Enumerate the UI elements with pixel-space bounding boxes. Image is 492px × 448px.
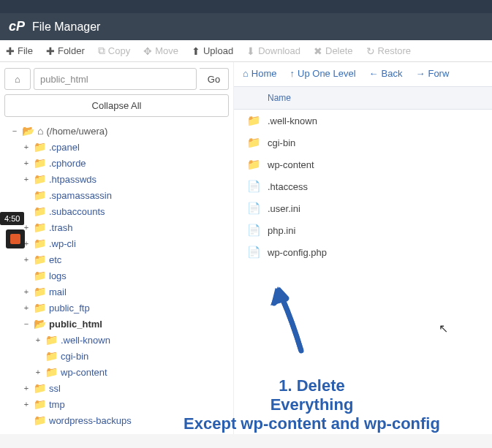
file-icon: 📄: [247, 246, 260, 259]
tree-root[interactable]: − 📂 ⌂ (/home/uwera): [10, 123, 229, 139]
address-bar: ⌂ Go: [4, 68, 229, 90]
nav-label: Home: [251, 68, 277, 79]
folder-icon: 📁: [45, 334, 58, 346]
file-name: .user.ini: [268, 203, 300, 214]
upload-icon: ⬆: [192, 45, 200, 57]
plus-icon: ✚: [6, 45, 15, 57]
tree-item[interactable]: +📁.well-known: [10, 332, 229, 348]
download-button[interactable]: ⬇Download: [246, 45, 300, 57]
expand-toggle[interactable]: +: [22, 384, 31, 392]
tree-item[interactable]: 📁cgi-bin: [10, 348, 229, 364]
restore-button[interactable]: ↻Restore: [366, 45, 412, 57]
tree-item[interactable]: +📁tmp: [10, 396, 229, 412]
new-file-button[interactable]: ✚File: [6, 45, 33, 57]
nav-forward[interactable]: →Forw: [415, 68, 449, 79]
tree-label: ssl: [49, 383, 61, 394]
folder-icon: 📁: [34, 141, 46, 153]
address-home-button[interactable]: ⌂: [4, 68, 31, 90]
nav-back[interactable]: ←Back: [369, 68, 403, 79]
file-row[interactable]: 📁wp-content: [234, 153, 492, 175]
tree-item[interactable]: +📁.htpasswds: [10, 171, 229, 187]
tree-label: .trash: [49, 222, 73, 233]
folder-icon: 📁: [34, 189, 46, 201]
folder-icon: 📁: [247, 114, 260, 127]
toolbar-label: Upload: [203, 45, 233, 56]
tree-item[interactable]: +📁public_ftp: [10, 300, 229, 316]
collapse-toggle[interactable]: −: [10, 126, 19, 135]
tree-label: etc: [49, 254, 61, 265]
tree-item[interactable]: +📁.cpanel: [10, 139, 229, 155]
left-pane: ⌂ Go Collapse All − 📂 ⌂ (/home/uwera) +📁…: [0, 62, 234, 434]
main-toolbar: ✚File ✚Folder ⧉Copy ✥Move ⬆Upload ⬇Downl…: [0, 40, 492, 62]
address-input[interactable]: [34, 68, 197, 90]
folder-icon: 📁: [34, 398, 46, 410]
tree-item[interactable]: +📁.cphorde: [10, 155, 229, 171]
copy-button[interactable]: ⧉Copy: [98, 45, 130, 57]
folder-icon: 📁: [34, 254, 46, 265]
new-folder-button[interactable]: ✚Folder: [46, 45, 85, 57]
expand-toggle[interactable]: −: [22, 319, 31, 328]
tree-label: wp-content: [61, 367, 107, 378]
folder-icon: 📁: [34, 414, 46, 426]
expand-toggle[interactable]: +: [22, 303, 31, 312]
home-icon: ⌂: [37, 125, 43, 137]
up-arrow-icon: ↑: [290, 68, 295, 79]
file-row[interactable]: 📄.user.ini: [234, 197, 492, 219]
toolbar-label: Move: [155, 45, 178, 56]
file-row[interactable]: 📁.well-known: [234, 110, 492, 132]
tree-label: .cphorde: [49, 158, 86, 169]
tree-label: .wp-cli: [49, 238, 76, 249]
delete-button[interactable]: ✖Delete: [314, 45, 353, 57]
folder-icon: 📁: [34, 286, 46, 297]
tree-item[interactable]: +📁mail: [10, 284, 229, 300]
file-icon: 📄: [247, 180, 260, 193]
tree-item[interactable]: +📁etc: [10, 251, 229, 267]
upload-button[interactable]: ⬆Upload: [192, 45, 233, 57]
tree-item[interactable]: +📁ssl: [10, 380, 229, 396]
file-row[interactable]: 📄php.ini: [234, 219, 492, 241]
collapse-all-button[interactable]: Collapse All: [4, 94, 229, 117]
go-button[interactable]: Go: [200, 68, 229, 90]
folder-icon: 📁: [34, 382, 46, 394]
folder-icon: 📁: [247, 136, 260, 149]
tree-item[interactable]: −📂public_html: [10, 316, 229, 332]
expand-toggle[interactable]: +: [22, 143, 31, 151]
nav-up[interactable]: ↑Up One Level: [290, 68, 356, 79]
expand-toggle[interactable]: +: [22, 159, 31, 167]
file-row[interactable]: 📄wp-config.php: [234, 241, 492, 263]
folder-icon: 📁: [45, 366, 58, 378]
table-header-name[interactable]: Name: [234, 86, 492, 110]
restore-icon: ↻: [366, 45, 375, 57]
nav-home[interactable]: ⌂Home: [243, 68, 277, 79]
expand-toggle[interactable]: +: [34, 335, 42, 344]
folder-icon: 📁: [247, 158, 260, 171]
expand-toggle[interactable]: +: [34, 368, 42, 376]
copy-icon: ⧉: [98, 45, 105, 57]
expand-toggle[interactable]: +: [22, 255, 31, 264]
tree-item[interactable]: 📁wordpress-backups: [10, 412, 229, 428]
expand-toggle[interactable]: +: [22, 287, 31, 296]
file-name: wp-config.php: [268, 247, 327, 258]
toolbar-label: Delete: [325, 45, 353, 56]
tree-item[interactable]: +📁.trash: [10, 219, 229, 235]
tree-item[interactable]: +📁.wp-cli: [10, 235, 229, 251]
tree-label: .spamassassin: [49, 190, 112, 201]
folder-icon: 📁: [34, 157, 46, 169]
move-button[interactable]: ✥Move: [143, 45, 178, 57]
app-title: File Manager: [32, 20, 100, 34]
folder-icon: 📁: [34, 221, 46, 233]
file-row[interactable]: 📄.htaccess: [234, 175, 492, 197]
folder-tree: − 📂 ⌂ (/home/uwera) +📁.cpanel+📁.cphorde+…: [4, 123, 229, 428]
tree-item[interactable]: +📁wp-content: [10, 364, 229, 380]
folder-icon: 📁: [34, 173, 46, 185]
tree-label: .well-known: [61, 335, 110, 346]
expand-toggle[interactable]: +: [22, 400, 31, 409]
file-row[interactable]: 📁cgi-bin: [234, 132, 492, 153]
tree-item[interactable]: 📁logs: [10, 267, 229, 284]
tree-item[interactable]: 📁.spamassassin: [10, 187, 229, 203]
expand-toggle[interactable]: +: [22, 175, 31, 183]
browser-strip: [0, 0, 492, 13]
tree-item[interactable]: 📁.subaccounts: [10, 203, 229, 219]
tree-label: public_ftp: [49, 303, 90, 314]
tree-label: wordpress-backups: [49, 415, 132, 426]
